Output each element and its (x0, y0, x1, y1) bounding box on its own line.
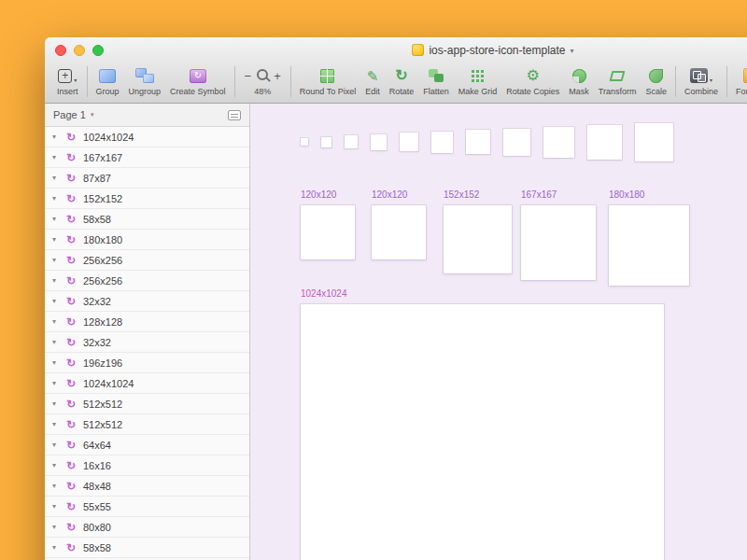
insert-dropdown-caret-icon[interactable]: ▾ (74, 77, 77, 83)
artboard-canvas[interactable] (301, 304, 664, 560)
disclosure-triangle-icon[interactable]: ▾ (52, 174, 66, 182)
disclosure-triangle-icon[interactable]: ▾ (52, 379, 66, 387)
layer-row[interactable]: ▾↻80x80 (45, 517, 249, 538)
layer-row[interactable]: ▾↻1024x1024 (45, 127, 249, 147)
forward-tool[interactable]: ↑ Forward (731, 65, 747, 96)
icon-square[interactable] (431, 132, 453, 153)
artboard-canvas[interactable] (609, 205, 689, 286)
round-to-pixel-tool[interactable]: Round To Pixel (295, 65, 360, 96)
disclosure-triangle-icon[interactable]: ▾ (52, 235, 66, 244)
layer-row[interactable]: ▾↻180x180 (45, 230, 249, 250)
page-list-toggle[interactable] (228, 110, 241, 120)
layer-name: 16x16 (83, 460, 111, 471)
icon-size-strip (301, 121, 673, 162)
symbol-icon: ↻ (66, 522, 83, 533)
disclosure-triangle-icon[interactable]: ▾ (52, 317, 66, 326)
rotate-tool[interactable]: ↻ Rotate (385, 65, 419, 96)
layer-row[interactable]: ▾↻87x87 (45, 168, 249, 189)
layer-row[interactable]: ▾↻167x167 (45, 147, 249, 168)
layer-row[interactable]: ▾↻512x512 (45, 414, 249, 435)
icon-square[interactable] (466, 130, 490, 154)
transform-tool[interactable]: Transform (594, 65, 641, 96)
rotate-copies-tool[interactable]: ⚙ Rotate Copies (501, 65, 564, 96)
page-selector[interactable]: Page 1 (53, 109, 86, 120)
artboard-label[interactable]: 120x120 (372, 189, 426, 201)
zoom-out-button[interactable]: − (244, 70, 253, 82)
layer-row[interactable]: ▾↻256x256 (45, 271, 249, 291)
disclosure-triangle-icon[interactable]: ▾ (52, 133, 66, 141)
disclosure-triangle-icon[interactable]: ▾ (52, 153, 66, 161)
edit-tool[interactable]: ✎ Edit (360, 65, 385, 96)
artboard-canvas[interactable] (301, 205, 355, 259)
group-tool[interactable]: Group (92, 65, 124, 96)
symbol-icon: ↻ (66, 501, 83, 512)
artboard-canvas[interactable] (521, 205, 596, 280)
artboard-label[interactable]: 152x152 (444, 189, 512, 201)
layer-row[interactable]: ▾↻58x58 (45, 209, 249, 230)
disclosure-triangle-icon[interactable]: ▾ (52, 276, 66, 285)
artboard-label[interactable]: 167x167 (521, 189, 596, 201)
scale-tool[interactable]: Scale (641, 65, 671, 96)
disclosure-triangle-icon[interactable]: ▾ (52, 215, 66, 223)
combine-tool[interactable]: ▾ Combine (680, 65, 723, 96)
artboard-label[interactable]: 120x120 (301, 189, 355, 201)
disclosure-triangle-icon[interactable]: ▾ (52, 482, 66, 490)
icon-square[interactable] (301, 138, 308, 146)
layer-name: 512x512 (83, 399, 122, 410)
disclosure-triangle-icon[interactable]: ▾ (52, 420, 66, 428)
disclosure-triangle-icon[interactable]: ▾ (52, 543, 66, 552)
layer-row[interactable]: ▾↻256x256 (45, 250, 249, 271)
artboard-canvas[interactable] (444, 205, 512, 273)
icon-square[interactable] (371, 134, 387, 150)
layer-row[interactable]: ▾↻32x32 (45, 291, 249, 312)
layer-row[interactable]: ▾↻128x128 (45, 312, 249, 332)
ungroup-tool[interactable]: Ungroup (124, 65, 166, 96)
mask-tool[interactable]: Mask (564, 65, 594, 96)
icon-square[interactable] (587, 125, 622, 160)
icon-square[interactable] (400, 133, 418, 151)
insert-tool[interactable]: ▾ Insert (52, 65, 83, 96)
disclosure-triangle-icon[interactable]: ▾ (52, 256, 66, 264)
disclosure-triangle-icon[interactable]: ▾ (52, 502, 66, 511)
combine-dropdown-caret-icon[interactable]: ▾ (710, 77, 712, 83)
artboard-label[interactable]: 1024x1024 (301, 288, 664, 300)
title-chevron-icon[interactable]: ▾ (571, 47, 574, 55)
layer-row[interactable]: ▾↻196z196 (45, 353, 249, 373)
disclosure-triangle-icon[interactable]: ▾ (52, 194, 66, 203)
layer-row[interactable]: ▾↻32x32 (45, 332, 249, 353)
make-grid-tool[interactable]: Make Grid (454, 65, 502, 96)
disclosure-triangle-icon[interactable]: ▾ (52, 297, 66, 305)
layer-row[interactable]: ▾↻16x16 (45, 455, 249, 476)
disclosure-triangle-icon[interactable]: ▾ (52, 461, 66, 469)
disclosure-triangle-icon[interactable]: ▾ (52, 523, 66, 531)
layer-row[interactable]: ▾↻48x48 (45, 476, 249, 497)
layer-row[interactable]: ▾↻152x152 (45, 189, 249, 209)
canvas[interactable]: 1024x1024 120x120120x120152x152167x16718… (250, 104, 747, 560)
disclosure-triangle-icon[interactable]: ▾ (52, 358, 66, 367)
minimize-window-button[interactable] (74, 45, 85, 56)
icon-square[interactable] (345, 135, 358, 148)
disclosure-triangle-icon[interactable]: ▾ (52, 338, 66, 346)
layer-row[interactable]: ▾↻64x64 (45, 435, 249, 455)
icon-square[interactable] (635, 123, 673, 161)
artboard-label[interactable]: 180x180 (609, 189, 689, 201)
zoom-in-button[interactable]: + (273, 70, 282, 82)
artboard-canvas[interactable] (372, 205, 426, 259)
layer-row[interactable]: ▾↻58x58 (45, 538, 249, 558)
icon-square[interactable] (543, 127, 574, 158)
icon-square[interactable] (321, 137, 331, 147)
layer-row[interactable]: ▾↻55x55 (45, 497, 249, 517)
layer-row[interactable]: ▾↻1024x1024 (45, 373, 249, 394)
disclosure-triangle-icon[interactable]: ▾ (52, 441, 66, 449)
page-caret-icon[interactable]: ▾ (91, 111, 94, 119)
flatten-tool[interactable]: Flatten (418, 65, 454, 96)
layer-row[interactable]: ▾↻512x512 (45, 394, 249, 414)
window-titlebar[interactable]: ios-app-store-icon-template ▾ (45, 37, 747, 63)
layer-name: 58x58 (83, 214, 111, 225)
close-window-button[interactable] (55, 45, 66, 56)
disclosure-triangle-icon[interactable]: ▾ (52, 399, 66, 408)
zoom-window-button[interactable] (92, 45, 104, 56)
icon-square[interactable] (503, 129, 530, 156)
create-symbol-tool[interactable]: ↻ Create Symbol (165, 65, 231, 96)
forward-label: Forward (736, 87, 747, 96)
